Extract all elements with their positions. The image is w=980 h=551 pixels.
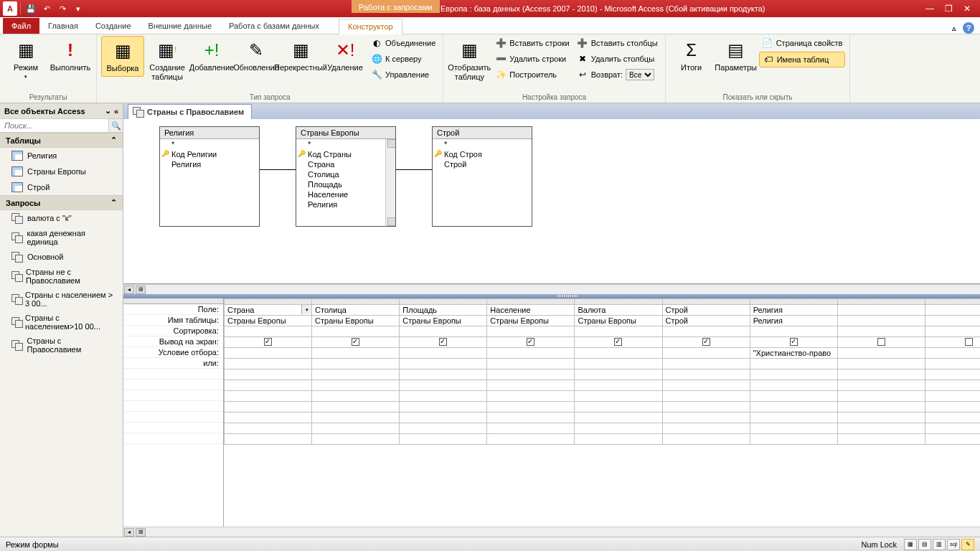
grid-cell[interactable] — [837, 305, 925, 316]
grid-cell[interactable] — [837, 391, 925, 402]
grid-table[interactable]: Страна▾СтолицаПлощадьНаселениеВалютаСтро… — [224, 298, 980, 445]
grid-cell[interactable] — [225, 380, 312, 391]
grid-cell[interactable] — [400, 359, 487, 369]
table-box-religiya[interactable]: Религия * Код Религии Религия — [159, 126, 260, 227]
grid-cell[interactable] — [312, 423, 400, 434]
grid-cell[interactable] — [925, 434, 980, 445]
return-select[interactable]: Все — [626, 69, 654, 80]
checkbox[interactable] — [790, 338, 798, 346]
query-design-surface[interactable]: Религия * Код Религии Религия Страны Евр… — [123, 119, 980, 284]
maketable-button[interactable]: ▦!Создание таблицы — [146, 36, 189, 85]
grid-cell[interactable] — [662, 391, 750, 402]
view-design-icon[interactable]: ✎ — [961, 539, 974, 550]
grid-cell[interactable] — [312, 337, 400, 348]
grid-cell[interactable] — [400, 434, 487, 445]
grid-cell[interactable] — [837, 423, 925, 434]
grid-cell[interactable] — [750, 434, 837, 445]
grid-cell[interactable] — [837, 434, 925, 445]
union-button[interactable]: ◐Объединение — [368, 36, 438, 50]
file-tab[interactable]: Файл — [3, 18, 39, 34]
nav-group-queries[interactable]: Запросы⌃ — [0, 195, 123, 210]
grid-cell[interactable] — [750, 359, 837, 369]
grid-cell[interactable] — [487, 402, 575, 413]
grid-cell[interactable] — [925, 337, 980, 348]
grid-cell[interactable] — [575, 337, 662, 348]
grid-cell[interactable] — [575, 423, 662, 434]
grid-cell[interactable] — [487, 326, 575, 337]
run-button[interactable]: !Выполнить — [49, 36, 92, 75]
grid-cell[interactable] — [312, 369, 400, 380]
grid-cell[interactable] — [487, 423, 575, 434]
grid-cell[interactable] — [750, 326, 837, 337]
grid-cell[interactable]: Площадь — [400, 305, 487, 316]
grid-cell[interactable] — [487, 359, 575, 369]
grid-cell[interactable] — [487, 434, 575, 445]
undo-icon[interactable]: ↶ — [39, 1, 54, 16]
grid-cell[interactable] — [662, 380, 750, 391]
dropdown-icon[interactable]: ▾ — [301, 305, 311, 314]
grid-cell[interactable] — [225, 348, 312, 359]
grid-cell[interactable] — [400, 326, 487, 337]
select-query-button[interactable]: ▦Выборка — [101, 36, 144, 77]
grid-cell[interactable] — [225, 423, 312, 434]
delete-button[interactable]: ✕!Удаление — [324, 36, 367, 75]
grid-cell[interactable] — [925, 413, 980, 423]
update-button[interactable]: ✎Обновление — [235, 36, 278, 75]
table-box-stroy[interactable]: Строй * Код Строя Строй — [432, 126, 532, 227]
grid-cell[interactable] — [837, 316, 925, 326]
grid-cell[interactable]: Столица — [312, 305, 400, 316]
passthrough-button[interactable]: 🌐К серверу — [368, 52, 438, 66]
grid-cell[interactable] — [575, 413, 662, 423]
tab-external[interactable]: Внешние данные — [140, 18, 220, 34]
grid-cell[interactable] — [925, 316, 980, 326]
grid-cell[interactable] — [837, 380, 925, 391]
grid-cell[interactable] — [312, 348, 400, 359]
grid-cell[interactable] — [662, 402, 750, 413]
grid-cell[interactable] — [662, 348, 750, 359]
checkbox[interactable] — [877, 338, 885, 346]
grid-cell[interactable] — [662, 423, 750, 434]
grid-cell[interactable]: Строй — [662, 305, 750, 316]
grid-cell[interactable]: Страны Европы — [225, 316, 312, 326]
chevron-down-icon[interactable]: ⌄ — [105, 106, 111, 116]
grid-cell[interactable]: Страна▾ — [225, 305, 312, 316]
save-icon[interactable]: 💾 — [24, 1, 38, 16]
grid-cell[interactable] — [225, 326, 312, 337]
checkbox[interactable] — [527, 338, 534, 346]
grid-cell[interactable] — [575, 380, 662, 391]
tab-create[interactable]: Создание — [87, 18, 140, 34]
grid-cell[interactable] — [487, 380, 575, 391]
grid-cell[interactable]: Строй — [662, 316, 750, 326]
grid-cell[interactable] — [487, 369, 575, 380]
grid-cell[interactable] — [575, 326, 662, 337]
deletecols-button[interactable]: ✖Удалить столбцы — [574, 52, 661, 66]
grid-cell[interactable] — [925, 402, 980, 413]
params-button[interactable]: ▤Параметры — [715, 36, 758, 75]
grid-cell[interactable] — [925, 359, 980, 369]
grid-cell[interactable] — [312, 402, 400, 413]
nav-query-item[interactable]: Страны с населением>10 00... — [0, 311, 123, 334]
grid-cell[interactable] — [400, 413, 487, 423]
insertrows-button[interactable]: ➕Вставить строки — [492, 36, 572, 50]
view-datasheet-icon[interactable]: ▦ — [904, 539, 917, 550]
grid-cell[interactable] — [225, 402, 312, 413]
grid-cell[interactable] — [662, 434, 750, 445]
grid-cell[interactable] — [575, 391, 662, 402]
grid-cell[interactable] — [750, 337, 837, 348]
grid-cell[interactable] — [925, 369, 980, 380]
deleterows-button[interactable]: ➖Удалить строки — [492, 52, 572, 66]
grid-cell[interactable] — [925, 423, 980, 434]
nav-query-item[interactable]: Страны с населением > 3 00... — [0, 288, 123, 311]
totals-button[interactable]: ΣИтоги — [670, 36, 713, 75]
close-button[interactable]: ✕ — [958, 3, 976, 14]
grid-cell[interactable] — [662, 369, 750, 380]
grid-cell[interactable] — [400, 391, 487, 402]
builder-button[interactable]: ✨Построитель — [492, 67, 572, 82]
nav-group-tables[interactable]: Таблицы⌃ — [0, 133, 123, 148]
checkbox[interactable] — [702, 338, 710, 346]
grid-cell[interactable] — [400, 423, 487, 434]
grid-cell[interactable] — [750, 413, 837, 423]
grid-cell[interactable] — [400, 337, 487, 348]
grid-cell[interactable] — [312, 326, 400, 337]
search-icon[interactable]: 🔍 — [108, 119, 123, 132]
